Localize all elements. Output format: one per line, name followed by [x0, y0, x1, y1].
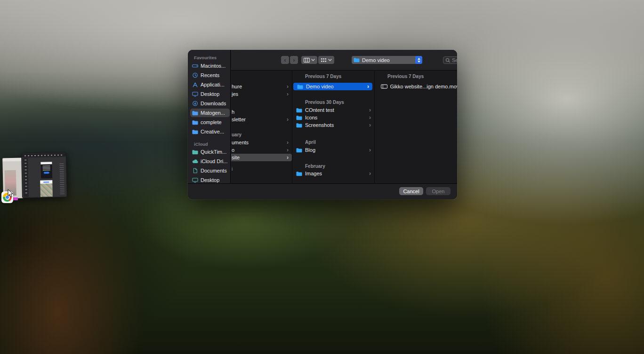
folder-icon	[296, 115, 302, 120]
file-row-label: Icons	[305, 115, 317, 120]
sidebar-item-desktop[interactable]: Desktop	[190, 90, 230, 98]
sidebar-item-label: Creative...	[201, 129, 224, 134]
sidebar-item-quicktime[interactable]: QuickTim...	[190, 148, 230, 156]
chevron-left-icon: ‹	[284, 56, 286, 63]
file-row[interactable]: h	[231, 108, 292, 116]
file-row-label: Blog	[305, 147, 315, 153]
applications-icon	[192, 82, 198, 87]
file-row-gikko-demo-mov[interactable]: Gikko website...ign demo.mov	[375, 83, 457, 90]
file-row[interactable]: uments ›	[231, 139, 292, 146]
sidebar-item-label: Applicati...	[201, 82, 225, 87]
sidebar-item-label: Desktop	[201, 177, 219, 183]
folder-path-selector[interactable]: Demo video	[352, 56, 422, 64]
sidebar-item-matogen[interactable]: Matogen...	[190, 109, 230, 117]
file-row-label: sletter	[232, 117, 246, 122]
search-field[interactable]	[443, 56, 457, 64]
back-button[interactable]: ‹	[281, 56, 289, 64]
sidebar-item-recents[interactable]: Recents	[190, 71, 230, 79]
document-icon	[192, 168, 198, 173]
sidebar-item-icloud-drive[interactable]: iCloud Dri...	[190, 157, 230, 165]
mobile-artboard-map	[40, 180, 53, 197]
chevron-right-icon: ›	[287, 84, 289, 89]
file-row-label: Screenshots	[305, 122, 334, 128]
chevron-right-icon: ›	[287, 140, 289, 145]
sidebar-item-downloads[interactable]: Downloads	[190, 99, 230, 108]
sidebar-item-macintosh-hd[interactable]: Macintos...	[190, 62, 230, 70]
sidebar-item-label: Recents	[201, 72, 219, 78]
group-header-label: Previous 30 Days	[305, 100, 344, 105]
menubar-items	[24, 155, 62, 157]
file-row-label: h	[232, 109, 234, 115]
chevron-right-icon: ›	[287, 147, 289, 153]
sidebar-item-label: Matogen...	[201, 110, 225, 116]
file-row-label: hure	[232, 84, 242, 89]
artboard-map-image	[40, 183, 53, 197]
design-app-layers-panel	[59, 164, 64, 195]
file-row[interactable]: sletter ›	[231, 116, 292, 123]
file-row[interactable]: o ›	[231, 146, 292, 154]
file-row-label: site	[232, 155, 240, 160]
file-row-blog[interactable]: Blog ›	[292, 146, 374, 154]
group-header: April	[292, 138, 374, 146]
file-row-label: Gikko website...ign demo.mov	[390, 84, 457, 89]
chevron-right-icon: ›	[287, 117, 289, 122]
browser-column-2: Previous 7 Days Demo video › Previous 30…	[292, 71, 374, 183]
chevron-down-icon	[328, 59, 332, 61]
group-header-label: Previous 7 Days	[305, 74, 341, 79]
folder-icon	[192, 129, 198, 134]
column-view-button[interactable]	[301, 56, 317, 64]
browser-column-3: Previous 7 Days Gikko website...ign demo…	[375, 71, 457, 183]
file-row-label: Demo video	[306, 84, 334, 89]
file-row-screenshots[interactable]: Screenshots ›	[292, 121, 374, 129]
folder-icon	[354, 57, 360, 63]
file-row-demo-video[interactable]: Demo video ›	[293, 83, 372, 90]
folder-icon	[192, 110, 198, 116]
chevron-down-icon	[311, 59, 315, 61]
chevron-right-icon: ›	[367, 84, 369, 89]
sidebar-item-label: Desktop	[201, 91, 219, 97]
clipped-text-fragment: i	[232, 166, 233, 172]
chevron-right-icon: ›	[369, 147, 371, 153]
chevron-right-icon: ›	[287, 91, 289, 97]
group-header-label: uary	[232, 132, 242, 137]
chevron-right-icon: ›	[293, 56, 295, 63]
chevron-right-icon: ›	[369, 122, 371, 128]
file-row-icons[interactable]: Icons ›	[292, 114, 374, 121]
chevron-right-icon: ›	[369, 107, 371, 113]
group-header: Previous 30 Days	[292, 98, 374, 106]
group-header: Previous 7 Days	[292, 72, 374, 80]
file-row-content-test[interactable]: COntent test ›	[292, 106, 374, 114]
folder-icon	[192, 149, 198, 155]
finder-sidebar: Favourites Macintos... Recents Applicati…	[188, 50, 231, 199]
file-browser-columns: hure › jes › h sletter › uary uments ›	[231, 71, 457, 183]
forward-button[interactable]: ›	[290, 56, 298, 64]
display-icon	[192, 177, 198, 183]
chevron-right-icon: ›	[369, 171, 371, 176]
folder-icon	[192, 120, 198, 125]
display-icon	[192, 91, 198, 97]
file-row-label: COntent test	[305, 107, 334, 113]
toolbar-icons	[24, 159, 27, 194]
file-row[interactable]: jes ›	[231, 90, 292, 98]
open-button[interactable]: Open	[426, 187, 451, 195]
cloud-icon	[192, 158, 198, 164]
group-header-label: Previous 7 Days	[387, 74, 424, 79]
clock-icon	[192, 72, 198, 78]
download-icon	[192, 101, 198, 106]
internal-drive-icon	[192, 63, 198, 69]
sidebar-item-complete[interactable]: complete	[190, 118, 230, 126]
sidebar-item-creative[interactable]: Creative...	[190, 127, 230, 136]
search-icon	[445, 58, 451, 63]
group-view-button[interactable]	[318, 56, 334, 64]
folder-icon	[297, 84, 303, 89]
file-row-images[interactable]: Images ›	[292, 170, 374, 177]
sidebar-item-documents[interactable]: Documents	[190, 166, 230, 175]
search-input[interactable]	[452, 57, 457, 63]
artboard-text-lines	[43, 165, 50, 170]
sidebar-item-applications[interactable]: Applicati...	[190, 80, 230, 89]
file-row-selected[interactable]: site ›	[231, 154, 292, 161]
file-open-dialog: Favourites Macintos... Recents Applicati…	[188, 50, 457, 199]
artboard-header	[40, 162, 52, 165]
file-row[interactable]: hure ›	[231, 83, 292, 90]
cancel-button[interactable]: Cancel	[399, 187, 423, 195]
